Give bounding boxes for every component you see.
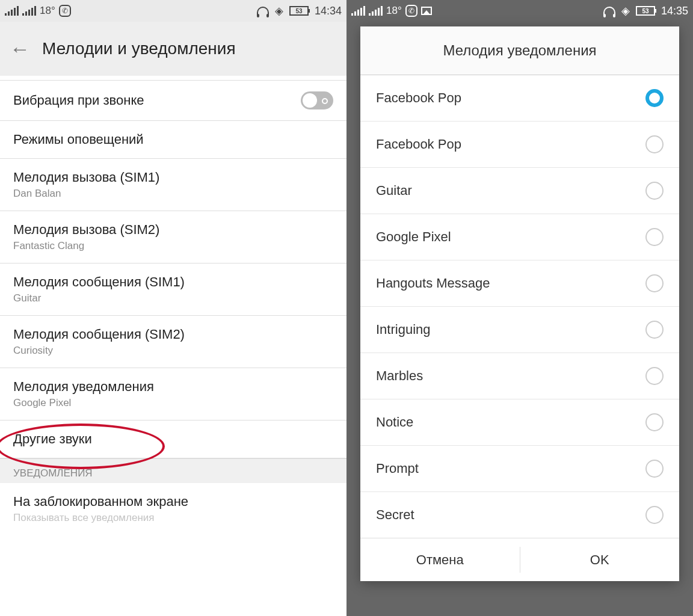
radio-icon[interactable] [645,413,664,431]
row-label: На заблокированном экране [13,494,333,510]
row-peek [0,76,346,81]
row-vibrate[interactable]: Вибрация при звонке [0,81,346,121]
row-label: Мелодия сообщения (SIM2) [13,327,333,342]
row-label: Мелодия сообщения (SIM1) [13,274,333,290]
options-list: Facebook PopFacebook PopGuitarGoogle Pix… [360,75,679,538]
ok-button[interactable]: OK [520,538,680,581]
row-label: Мелодия уведомления [13,379,333,395]
temperature: 18° [40,5,55,17]
row-sim2-call[interactable]: Мелодия вызова (SIM2) Fantastic Clang [0,211,346,263]
option-label: Facebook Pop [376,137,645,152]
wifi-icon: ◈ [275,4,283,17]
row-label: Вибрация при звонке [13,93,301,108]
radio-icon[interactable] [645,506,664,524]
row-label: Мелодия вызова (SIM1) [13,170,333,185]
row-sim1-msg[interactable]: Мелодия сообщения (SIM1) Guitar [0,263,346,316]
option-row[interactable]: Google Pixel [360,214,679,260]
toggle-vibrate[interactable] [301,91,333,109]
option-label: Facebook Pop [376,90,645,106]
row-sub: Fantastic Clang [13,240,333,252]
option-label: Guitar [376,183,645,199]
section-notifications: УВЕДОМЛЕНИЯ [0,458,346,483]
row-alert-modes[interactable]: Режимы оповещений [0,121,346,159]
titlebar: ← Мелодии и уведомления [0,22,346,76]
option-row[interactable]: Hangouts Message [360,260,679,307]
option-label: Hangouts Message [376,276,645,291]
row-other-sounds[interactable]: Другие звуки [0,420,346,458]
row-sub: Guitar [13,292,333,304]
row-label: Другие звуки [13,431,333,447]
radio-icon[interactable] [645,321,664,339]
option-row[interactable]: Secret [360,492,679,538]
statusbar-left: 18° ✆ ◈ 53 14:34 [0,0,346,22]
option-row[interactable]: Guitar [360,168,679,214]
signal-icon [5,6,19,16]
phone-left: 18° ✆ ◈ 53 14:34 ← Мелодии и уведомления… [0,0,346,616]
option-row[interactable]: Facebook Pop [360,75,679,122]
radio-icon[interactable] [645,182,664,200]
headphones-icon [257,7,269,15]
option-row[interactable]: Notice [360,399,679,446]
dialog-title: Мелодия уведомления [360,26,679,75]
back-icon[interactable]: ← [10,37,30,61]
row-label: Мелодия вызова (SIM2) [13,222,333,238]
row-sub: Dan Balan [13,188,333,200]
option-label: Notice [376,414,645,430]
row-sub: Google Pixel [13,397,333,409]
option-label: Marbles [376,368,645,384]
ringtone-dialog: Мелодия уведомления Facebook PopFacebook… [360,26,679,581]
phone-right: 18° ✆ ◈ 53 14:35 Мелодия уведомления Fac… [346,0,693,616]
row-sim1-call[interactable]: Мелодия вызова (SIM1) Dan Balan [0,159,346,211]
cancel-button[interactable]: Отмена [360,538,520,581]
signal-icon [22,6,36,16]
row-sub: Показывать все уведомления [13,512,333,524]
option-row[interactable]: Facebook Pop [360,122,679,168]
row-notification-sound[interactable]: Мелодия уведомления Google Pixel [0,368,346,420]
option-row[interactable]: Intriguing [360,307,679,353]
radio-icon[interactable] [645,228,664,246]
dialog-buttons: Отмена OK [360,538,679,581]
option-row[interactable]: Prompt [360,446,679,492]
settings-list: Вибрация при звонке Режимы оповещений Ме… [0,81,346,526]
row-sub: Curiosity [13,345,333,357]
battery-level: 53 [295,8,302,14]
battery-icon: 53 [289,6,309,16]
radio-icon[interactable] [645,460,664,478]
row-sim2-msg[interactable]: Мелодия сообщения (SIM2) Curiosity [0,316,346,368]
option-row[interactable]: Marbles [360,353,679,399]
clock: 14:34 [315,5,342,17]
option-label: Google Pixel [376,229,645,245]
radio-icon[interactable] [645,135,664,153]
radio-icon[interactable] [645,274,664,292]
option-label: Secret [376,507,645,523]
option-label: Prompt [376,461,645,476]
dialog-overlay: Мелодия уведомления Facebook PopFacebook… [346,0,693,616]
viber-icon: ✆ [59,5,71,17]
row-label: Режимы оповещений [13,132,333,147]
row-lockscreen[interactable]: На заблокированном экране Показывать все… [0,483,346,526]
page-title: Мелодии и уведомления [42,39,236,58]
option-label: Intriguing [376,322,645,337]
radio-icon[interactable] [645,367,664,385]
radio-icon[interactable] [645,89,664,107]
